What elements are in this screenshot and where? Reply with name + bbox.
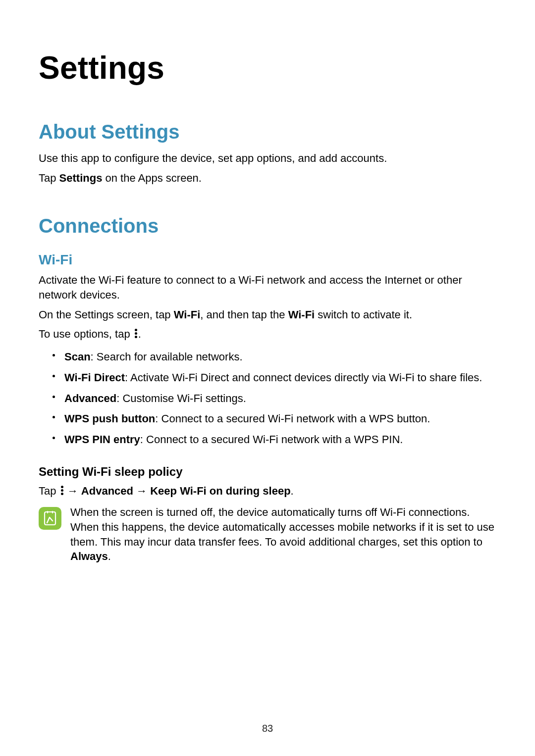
bold-settings: Settings xyxy=(59,172,103,184)
wifi-sleep-instruction: Tap → Advanced → Keep Wi-Fi on during sl… xyxy=(39,484,496,499)
list-item: WPS push button: Connect to a secured Wi… xyxy=(53,408,496,429)
text-fragment: On the Settings screen, tap xyxy=(39,308,174,321)
option-label: Wi-Fi Direct xyxy=(64,371,125,384)
option-label: Advanced xyxy=(64,392,116,404)
arrow-icon: → xyxy=(64,485,81,497)
arrow-icon: → xyxy=(133,485,150,497)
note-icon xyxy=(39,507,61,530)
option-desc: : Search for available networks. xyxy=(91,351,243,363)
wifi-activate-instruction: On the Settings screen, tap Wi-Fi, and t… xyxy=(39,307,496,322)
wifi-description: Activate the Wi-Fi feature to connect to… xyxy=(39,273,496,302)
text-fragment: , and then tap the xyxy=(200,308,288,321)
wifi-sleep-heading: Setting Wi-Fi sleep policy xyxy=(39,465,496,479)
list-item: Advanced: Customise Wi-Fi settings. xyxy=(53,388,496,409)
option-desc: : Connect to a secured Wi-Fi network wit… xyxy=(140,433,403,446)
bold-wifi-1: Wi-Fi xyxy=(174,308,201,321)
option-desc: : Activate Wi-Fi Direct and connect devi… xyxy=(125,371,482,384)
page-title: Settings xyxy=(39,50,496,86)
option-label: WPS PIN entry xyxy=(64,433,140,446)
note-block: When the screen is turned off, the devic… xyxy=(39,505,496,564)
more-options-icon xyxy=(133,329,138,339)
wifi-options-list: Scan: Search for available networks. Wi-… xyxy=(39,347,496,450)
option-label: WPS push button xyxy=(64,412,155,425)
page-number: 83 xyxy=(0,723,535,734)
text-fragment: . xyxy=(108,550,111,562)
text-fragment: Tap xyxy=(39,485,59,497)
option-desc: : Customise Wi-Fi settings. xyxy=(116,392,246,404)
option-label: Scan xyxy=(64,351,91,363)
bold-advanced: Advanced xyxy=(81,485,133,497)
list-item: WPS PIN entry: Connect to a secured Wi-F… xyxy=(53,429,496,450)
bold-wifi-2: Wi-Fi xyxy=(288,308,315,321)
bold-keep-wifi: Keep Wi-Fi on during sleep xyxy=(150,485,290,497)
text-fragment: . xyxy=(138,328,141,340)
text-fragment: on the Apps screen. xyxy=(102,172,202,184)
text-fragment: When the screen is turned off, the devic… xyxy=(70,506,494,548)
text-fragment: Tap xyxy=(39,172,59,184)
option-desc: : Connect to a secured Wi-Fi network wit… xyxy=(155,412,430,425)
about-description: Use this app to configure the device, se… xyxy=(39,151,496,166)
about-tap-settings: Tap Settings on the Apps screen. xyxy=(39,171,496,186)
text-fragment: switch to activate it. xyxy=(315,308,412,321)
note-text: When the screen is turned off, the devic… xyxy=(70,505,496,564)
wifi-options-instruction: To use options, tap . xyxy=(39,327,496,342)
about-settings-heading: About Settings xyxy=(39,121,496,143)
more-options-icon xyxy=(59,486,64,496)
list-item: Wi-Fi Direct: Activate Wi-Fi Direct and … xyxy=(53,367,496,388)
text-fragment: . xyxy=(291,485,294,497)
bold-always: Always xyxy=(70,550,108,562)
wifi-heading: Wi-Fi xyxy=(39,252,496,268)
connections-heading: Connections xyxy=(39,215,496,237)
list-item: Scan: Search for available networks. xyxy=(53,347,496,367)
text-fragment: To use options, tap xyxy=(39,328,133,340)
